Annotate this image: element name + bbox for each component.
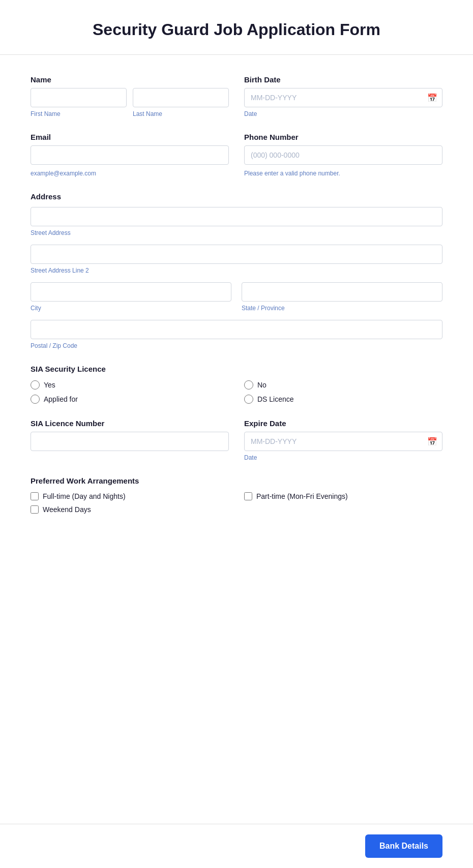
birth-date-section: Birth Date 📅 Date — [244, 75, 442, 117]
wa-parttime-label: Part-time (Mon-Fri Evenings) — [256, 492, 348, 500]
sia-number-group — [31, 432, 229, 451]
licence-expire-row: SIA Licence Number Expire Date 📅 Date — [31, 419, 442, 461]
form-header: Security Guard Job Application Form — [0, 0, 473, 55]
last-name-hint: Last Name — [133, 110, 229, 117]
sia-ds-label: DS Licence — [257, 395, 294, 403]
phone-hint: Please enter a valid phone number. — [244, 170, 442, 177]
sia-ds-radio[interactable] — [244, 395, 253, 404]
wa-fulltime-checkbox[interactable] — [31, 492, 39, 500]
sia-licence-section: SIA Security Licence Yes No Applied for … — [31, 365, 442, 404]
email-section: Email example@example.com — [31, 133, 229, 177]
expire-date-wrapper: 📅 — [244, 432, 442, 451]
wa-weekend-label: Weekend Days — [43, 505, 91, 514]
address-fields: Street Address Street Address Line 2 Cit… — [31, 207, 442, 349]
expire-date-hint: Date — [244, 454, 442, 461]
street-address2-group: Street Address Line 2 — [31, 245, 442, 274]
sia-applied-radio[interactable] — [31, 395, 40, 404]
email-group: example@example.com — [31, 145, 229, 177]
sia-number-label: SIA Licence Number — [31, 419, 229, 428]
postal-hint: Postal / Zip Code — [31, 342, 442, 349]
city-hint: City — [31, 305, 231, 312]
postal-group: Postal / Zip Code — [31, 320, 442, 349]
birth-date-wrapper: 📅 — [244, 88, 442, 107]
wa-parttime-item[interactable]: Part-time (Mon-Fri Evenings) — [244, 492, 442, 500]
page-container: Security Guard Job Application Form Name… — [0, 0, 473, 868]
expire-date-group: 📅 Date — [244, 432, 442, 461]
form-body: Name First Name Last Name Birth Date — [0, 55, 473, 824]
email-phone-row: Email example@example.com Phone Number P… — [31, 133, 442, 177]
wa-parttime-checkbox[interactable] — [244, 492, 252, 500]
sia-no-item[interactable]: No — [244, 380, 442, 390]
city-group: City — [31, 282, 231, 312]
sia-ds-item[interactable]: DS Licence — [244, 395, 442, 404]
sia-applied-item[interactable]: Applied for — [31, 395, 229, 404]
phone-group: Please enter a valid phone number. — [244, 145, 442, 177]
phone-label: Phone Number — [244, 133, 442, 141]
sia-yes-item[interactable]: Yes — [31, 380, 229, 390]
phone-input[interactable] — [244, 145, 442, 165]
street-address-input[interactable] — [31, 207, 442, 226]
expire-date-col: Expire Date 📅 Date — [244, 419, 442, 461]
birth-date-input[interactable] — [244, 88, 442, 107]
sia-yes-radio[interactable] — [31, 380, 40, 390]
birth-date-group: 📅 Date — [244, 88, 442, 117]
street-address2-hint: Street Address Line 2 — [31, 267, 442, 274]
first-name-group: First Name — [31, 88, 127, 117]
sia-no-label: No — [257, 381, 267, 389]
work-arrangements-section: Preferred Work Arrangements Full-time (D… — [31, 476, 442, 514]
expire-date-input[interactable] — [244, 432, 442, 451]
name-birthdate-row: Name First Name Last Name Birth Date — [31, 75, 442, 117]
street-address-group: Street Address — [31, 207, 442, 236]
city-state-row: City State / Province — [31, 282, 442, 312]
name-label: Name — [31, 75, 229, 84]
sia-licence-label: SIA Security Licence — [31, 365, 442, 373]
email-hint: example@example.com — [31, 170, 229, 177]
email-input[interactable] — [31, 145, 229, 165]
work-arrangements-label: Preferred Work Arrangements — [31, 476, 442, 485]
sia-radio-group: Yes No Applied for DS Licence — [31, 380, 442, 404]
address-section: Address Street Address Street Address Li… — [31, 192, 442, 349]
state-input[interactable] — [242, 282, 442, 302]
licence-number-section: SIA Licence Number Expire Date 📅 Date — [31, 419, 442, 461]
last-name-input[interactable] — [133, 88, 229, 107]
expire-date-label: Expire Date — [244, 419, 442, 428]
sia-number-col: SIA Licence Number — [31, 419, 229, 461]
wa-fulltime-label: Full-time (Day and Nights) — [43, 492, 126, 500]
street-address-hint: Street Address — [31, 229, 442, 236]
state-group: State / Province — [242, 282, 442, 312]
work-checkbox-group: Full-time (Day and Nights) Part-time (Mo… — [31, 492, 442, 514]
wa-weekend-checkbox[interactable] — [31, 505, 39, 514]
email-label: Email — [31, 133, 229, 141]
postal-input[interactable] — [31, 320, 442, 339]
sia-applied-label: Applied for — [44, 395, 78, 403]
address-label: Address — [31, 192, 442, 201]
birth-date-label: Birth Date — [244, 75, 442, 84]
page-title: Security Guard Job Application Form — [31, 20, 442, 39]
name-fields: First Name Last Name — [31, 88, 229, 117]
street-address2-input[interactable] — [31, 245, 442, 264]
last-name-group: Last Name — [133, 88, 229, 117]
name-section: Name First Name Last Name — [31, 75, 229, 117]
wa-fulltime-item[interactable]: Full-time (Day and Nights) — [31, 492, 229, 500]
phone-section: Phone Number Please enter a valid phone … — [244, 133, 442, 177]
form-footer: Bank Details — [0, 824, 473, 868]
birth-date-hint: Date — [244, 110, 442, 117]
sia-yes-label: Yes — [44, 381, 55, 389]
sia-no-radio[interactable] — [244, 380, 253, 390]
first-name-input[interactable] — [31, 88, 127, 107]
wa-weekend-item[interactable]: Weekend Days — [31, 505, 229, 514]
first-name-hint: First Name — [31, 110, 127, 117]
state-hint: State / Province — [242, 305, 442, 312]
city-input[interactable] — [31, 282, 231, 302]
sia-number-input[interactable] — [31, 432, 229, 451]
bank-details-button[interactable]: Bank Details — [365, 834, 442, 858]
